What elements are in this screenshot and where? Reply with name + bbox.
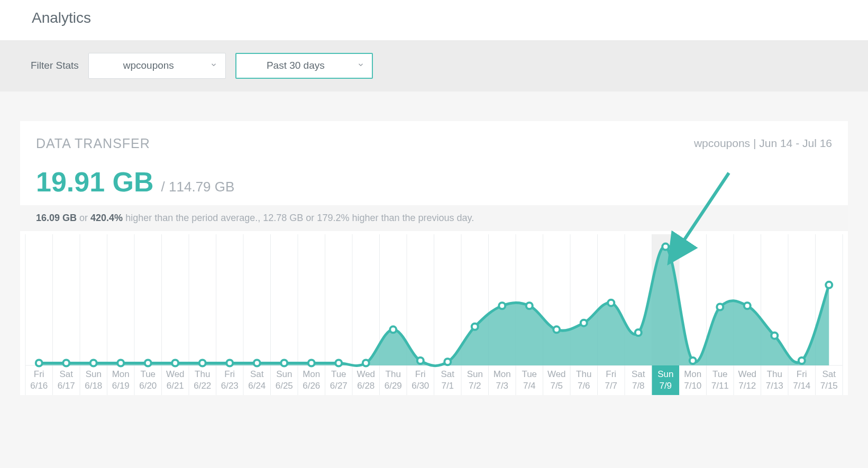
- svg-point-53: [553, 326, 560, 333]
- svg-point-38: [145, 360, 151, 366]
- svg-text:Fri: Fri: [34, 369, 44, 379]
- svg-text:Sat: Sat: [59, 369, 73, 379]
- svg-text:6/16: 6/16: [30, 381, 48, 391]
- svg-text:Tue: Tue: [140, 369, 156, 379]
- svg-text:Thu: Thu: [767, 369, 782, 379]
- svg-text:6/17: 6/17: [58, 381, 75, 391]
- svg-text:Wed: Wed: [357, 369, 375, 379]
- svg-point-63: [826, 282, 832, 288]
- svg-text:Wed: Wed: [738, 369, 756, 379]
- delta-percent-1: 420.4%: [90, 213, 123, 223]
- svg-text:6/28: 6/28: [357, 381, 374, 391]
- svg-point-43: [281, 360, 287, 366]
- svg-text:Mon: Mon: [684, 369, 701, 379]
- svg-text:6/26: 6/26: [303, 381, 320, 391]
- svg-text:6/25: 6/25: [276, 381, 293, 391]
- svg-text:Thu: Thu: [576, 369, 591, 379]
- svg-text:7/3: 7/3: [496, 381, 508, 391]
- svg-text:7/2: 7/2: [469, 381, 481, 391]
- svg-text:Wed: Wed: [547, 369, 566, 379]
- svg-text:6/23: 6/23: [221, 381, 239, 391]
- svg-point-47: [390, 326, 396, 333]
- svg-point-35: [63, 360, 69, 366]
- svg-text:7/1: 7/1: [441, 381, 454, 391]
- svg-text:7/6: 7/6: [578, 381, 590, 391]
- svg-point-62: [799, 357, 805, 364]
- svg-point-40: [199, 360, 206, 366]
- svg-text:6/18: 6/18: [85, 381, 102, 391]
- svg-point-59: [717, 304, 723, 310]
- page-title: Analytics: [32, 10, 836, 26]
- svg-point-41: [226, 360, 233, 366]
- card-title: DATA TRANSFER: [36, 136, 150, 151]
- svg-text:7/7: 7/7: [605, 381, 617, 391]
- svg-text:Sun: Sun: [657, 369, 673, 379]
- svg-point-56: [635, 329, 642, 336]
- svg-text:7/11: 7/11: [711, 381, 729, 391]
- svg-text:6/19: 6/19: [112, 381, 130, 391]
- svg-text:Sat: Sat: [822, 369, 836, 379]
- svg-point-46: [363, 360, 369, 366]
- svg-text:6/30: 6/30: [412, 381, 429, 391]
- svg-point-49: [444, 359, 451, 365]
- svg-point-45: [335, 360, 342, 366]
- svg-point-57: [662, 243, 669, 250]
- metric-total: / 114.79 GB: [161, 179, 235, 195]
- svg-point-51: [499, 302, 505, 309]
- svg-text:Fri: Fri: [224, 369, 235, 379]
- svg-text:Thu: Thu: [386, 369, 401, 379]
- range-select-wrap: Past 30 days: [235, 53, 373, 79]
- svg-text:7/4: 7/4: [523, 381, 536, 391]
- svg-text:Wed: Wed: [166, 369, 185, 379]
- svg-point-39: [172, 360, 178, 366]
- delta-value-1: 16.09 GB: [36, 213, 77, 223]
- svg-text:6/21: 6/21: [167, 381, 184, 391]
- chart-area: Fri6/16Sat6/17Sun6/18Mon6/19Tue6/20Wed6/…: [20, 231, 848, 395]
- svg-point-42: [254, 360, 260, 366]
- site-select-wrap: wpcoupons: [88, 53, 226, 79]
- svg-text:Sun: Sun: [467, 369, 483, 379]
- svg-point-34: [36, 360, 42, 366]
- svg-text:7/14: 7/14: [793, 381, 810, 391]
- svg-point-58: [690, 357, 696, 364]
- svg-text:6/29: 6/29: [385, 381, 402, 391]
- card-range-label: wpcoupons | Jun 14 - Jul 16: [694, 137, 832, 150]
- svg-text:Sat: Sat: [441, 369, 454, 379]
- page-header: Analytics: [0, 0, 868, 40]
- range-select[interactable]: Past 30 days: [235, 53, 373, 79]
- svg-text:7/5: 7/5: [550, 381, 563, 391]
- svg-text:7/9: 7/9: [659, 381, 672, 391]
- svg-text:7/8: 7/8: [632, 381, 645, 391]
- svg-text:Tue: Tue: [522, 369, 537, 379]
- svg-text:6/22: 6/22: [194, 381, 211, 391]
- svg-text:Fri: Fri: [606, 369, 616, 379]
- data-transfer-card: DATA TRANSFER wpcoupons | Jun 14 - Jul 1…: [20, 121, 848, 395]
- svg-text:Mon: Mon: [303, 369, 320, 379]
- svg-point-36: [90, 360, 97, 366]
- delta-bar: 16.09 GB or 420.4% higher than the perio…: [20, 205, 848, 231]
- svg-text:Thu: Thu: [195, 369, 210, 379]
- data-transfer-chart[interactable]: Fri6/16Sat6/17Sun6/18Mon6/19Tue6/20Wed6/…: [20, 231, 848, 395]
- svg-point-54: [581, 319, 587, 326]
- svg-text:7/13: 7/13: [766, 381, 783, 391]
- svg-text:7/12: 7/12: [738, 381, 756, 391]
- svg-point-52: [526, 302, 533, 309]
- svg-text:Sun: Sun: [86, 369, 102, 379]
- svg-text:7/15: 7/15: [820, 381, 838, 391]
- svg-text:7/10: 7/10: [684, 381, 701, 391]
- svg-text:6/20: 6/20: [139, 381, 157, 391]
- svg-point-44: [308, 360, 315, 366]
- svg-text:6/27: 6/27: [330, 381, 348, 391]
- svg-text:Mon: Mon: [494, 369, 511, 379]
- svg-text:Sat: Sat: [250, 369, 264, 379]
- svg-text:6/24: 6/24: [248, 381, 266, 391]
- svg-point-50: [472, 324, 478, 330]
- svg-text:Fri: Fri: [797, 369, 807, 379]
- filter-bar: Filter Stats wpcoupons Past 30 days: [0, 40, 868, 91]
- svg-text:Sun: Sun: [276, 369, 292, 379]
- site-select[interactable]: wpcoupons: [88, 53, 226, 79]
- svg-point-61: [771, 332, 778, 338]
- filter-label: Filter Stats: [31, 60, 79, 71]
- svg-text:Sat: Sat: [632, 369, 645, 379]
- metric-value: 19.91 GB: [36, 168, 154, 196]
